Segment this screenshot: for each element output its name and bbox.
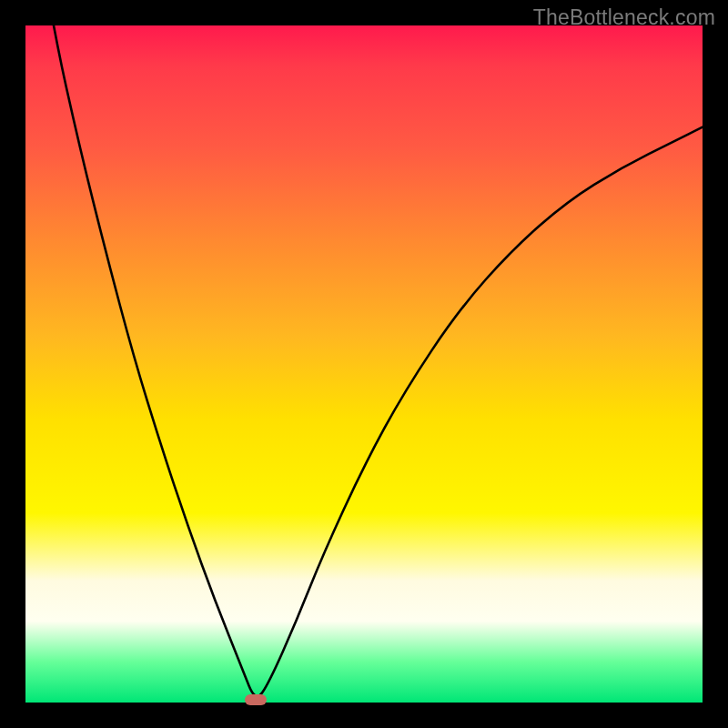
- curve-path: [25, 0, 703, 696]
- chart-frame: TheBottleneck.com: [0, 0, 728, 728]
- plot-area: [25, 25, 703, 703]
- bottleneck-curve: [25, 25, 703, 703]
- optimal-point-marker: [245, 694, 267, 705]
